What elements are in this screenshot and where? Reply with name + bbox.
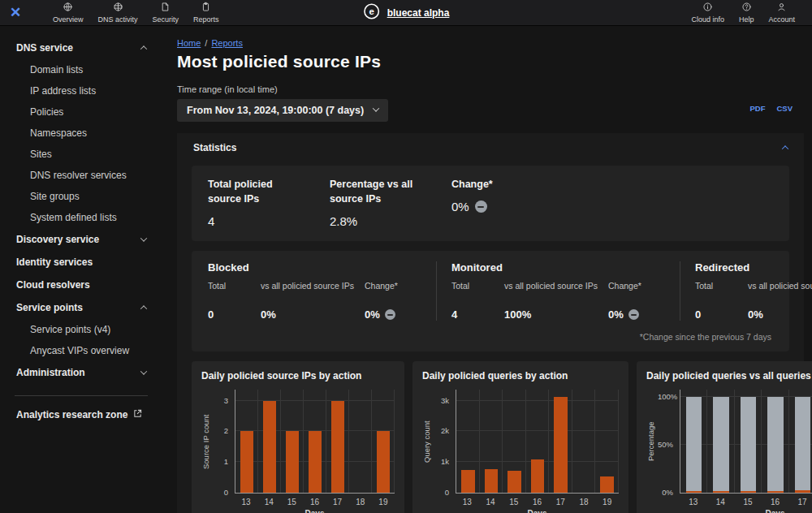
- nav-item-dns-activity[interactable]: DNS activity: [91, 0, 145, 25]
- sidebar-item-sites[interactable]: Sites: [0, 144, 162, 165]
- bar-monitor-day-19[interactable]: [600, 476, 614, 493]
- account-icon: [776, 2, 787, 14]
- chart-title: Daily policied queries by action: [422, 370, 619, 382]
- bar-group-day-16: [304, 390, 326, 493]
- export-pdf-link[interactable]: PDF: [749, 104, 765, 113]
- breadcrumb-reports-link[interactable]: Reports: [211, 38, 243, 48]
- bar-monitor-day-14[interactable]: [713, 491, 728, 493]
- action-col-change: Change*0%: [608, 281, 672, 321]
- bar-monitor-day-15[interactable]: [741, 491, 756, 493]
- action-title: Monitored: [451, 261, 680, 274]
- sidebar-item-domain-lists[interactable]: Domain lists: [0, 59, 162, 80]
- no-change-minus-icon: [385, 309, 395, 320]
- action-stats-card: BlockedTotal0vs all policied source IPs0…: [192, 251, 789, 351]
- bar-group-day-17: [549, 390, 572, 493]
- sidebar-item-analytics-research-zone[interactable]: Analytics research zone: [0, 401, 162, 429]
- page-title: Most policied source IPs: [177, 52, 804, 71]
- top-right-nav: Cloud infoHelpAccount: [684, 0, 802, 25]
- nav-item-security[interactable]: Security: [145, 0, 187, 25]
- action-col-label: vs all policied source IPs: [748, 281, 812, 301]
- brand[interactable]: e bluecat alpha: [363, 2, 450, 24]
- x-axis-tick: 16: [525, 498, 549, 507]
- bar-monitor-day-17[interactable]: [331, 401, 344, 494]
- sidebar-item-ip-address-lists[interactable]: IP address lists: [0, 80, 162, 101]
- nav-item-cloud-info[interactable]: Cloud info: [684, 0, 732, 25]
- y-axis-tick: 50%: [658, 440, 677, 449]
- sidebar-item-policies[interactable]: Policies: [0, 101, 162, 123]
- bar-monitor-day-16[interactable]: [531, 459, 545, 494]
- bar-group-day-16: [526, 390, 550, 493]
- help-icon: [741, 2, 752, 14]
- action-col-vs-all-policied-source-ips: vs all policied source IPs100%: [504, 281, 600, 321]
- action-col-label: Total: [695, 281, 740, 301]
- overview-icon: [63, 2, 73, 14]
- sidebar-section-discovery-service[interactable]: Discovery service: [0, 228, 162, 251]
- collapse-chevron-icon[interactable]: [782, 145, 788, 152]
- bar-group-day-15: [735, 390, 762, 493]
- bar-monitor-day-15[interactable]: [286, 431, 299, 493]
- bar-no-action-day-16[interactable]: [767, 397, 783, 491]
- sidebar-section-identity-services[interactable]: Identity services: [0, 251, 162, 274]
- bar-group-day-13: [456, 390, 480, 493]
- y-axis-tick: 2k: [434, 426, 453, 435]
- bar-no-action-day-13[interactable]: [686, 397, 702, 491]
- chart-plot-area: 0%50%100%: [680, 390, 812, 494]
- bar-monitor-day-19[interactable]: [377, 431, 390, 493]
- time-range-dropdown[interactable]: From Nov 13, 2024, 19:00:00 (7 days): [177, 99, 388, 122]
- bar-group-day-16: [762, 390, 788, 493]
- x-axis-tick: 18: [349, 498, 372, 507]
- statistics-section-header[interactable]: Statistics: [192, 133, 789, 162]
- nav-item-account[interactable]: Account: [761, 0, 802, 25]
- bar-group-day-17: [326, 390, 349, 493]
- nav-item-overview[interactable]: Overview: [45, 0, 91, 25]
- statistics-section: Statistics Total policied source IPs4Per…: [177, 133, 804, 513]
- sidebar-section-administration[interactable]: Administration: [0, 361, 162, 384]
- charts-row: Daily policied source IPs by actionSourc…: [192, 361, 789, 513]
- bar-no-action-day-17[interactable]: [795, 397, 810, 490]
- nav-item-help[interactable]: Help: [732, 0, 762, 25]
- sidebar-item-namespaces[interactable]: Namespaces: [0, 123, 162, 144]
- x-axis-ticks: 13141516171819: [456, 494, 619, 507]
- export-csv-link[interactable]: CSV: [776, 104, 793, 113]
- sidebar-item-system-defined-lists[interactable]: System defined lists: [0, 207, 162, 228]
- bar-group-day-17: [789, 390, 812, 493]
- action-col-total: Total0: [695, 281, 740, 321]
- action-col-total: Total4: [451, 281, 496, 321]
- bar-no-action-day-14[interactable]: [713, 397, 728, 491]
- nav-item-reports[interactable]: Reports: [186, 0, 227, 25]
- sidebar-item-anycast-vips-overview[interactable]: Anycast VIPs overview: [0, 340, 162, 361]
- bar-monitor-day-17[interactable]: [795, 490, 810, 494]
- bar-group-day-19: [372, 390, 395, 493]
- external-link-icon: [133, 409, 142, 420]
- bar-monitor-day-15[interactable]: [508, 471, 521, 493]
- bar-monitor-day-16[interactable]: [309, 431, 322, 493]
- bar-monitor-day-16[interactable]: [767, 491, 783, 493]
- sidebar-section-service-points[interactable]: Service points: [0, 296, 162, 319]
- bar-monitor-day-14[interactable]: [263, 401, 276, 494]
- y-axis-tick: 100%: [658, 392, 677, 401]
- action-col-label: Change*: [365, 281, 428, 301]
- chart-title: Daily policied source IPs by action: [201, 370, 395, 382]
- sidebar-section-dns-service[interactable]: DNS service: [0, 37, 162, 59]
- summary-stat-total-policied-source-ips: Total policied source IPs4: [208, 177, 305, 228]
- sidebar-item-site-groups[interactable]: Site groups: [0, 186, 162, 207]
- sidebar-section-cloud-resolvers[interactable]: Cloud resolvers: [0, 274, 162, 296]
- close-icon[interactable]: ✕: [10, 6, 45, 19]
- y-axis-tick: 1k: [434, 457, 453, 466]
- sidebar-item-service-points-v4[interactable]: Service points (v4): [0, 319, 162, 340]
- x-axis-tick: 18: [572, 498, 596, 507]
- breadcrumb-home-link[interactable]: Home: [177, 38, 201, 48]
- brand-name[interactable]: bluecat alpha: [387, 7, 450, 19]
- bar-monitor-day-14[interactable]: [485, 469, 499, 493]
- bar-monitor-day-13[interactable]: [240, 431, 253, 493]
- y-axis-label: Source IP count: [201, 390, 212, 494]
- no-change-minus-icon: [628, 309, 639, 320]
- action-col-label: Total: [208, 281, 253, 301]
- bar-monitor-day-17[interactable]: [554, 397, 568, 493]
- bar-monitor-day-13[interactable]: [686, 491, 702, 493]
- bar-monitor-day-13[interactable]: [461, 470, 475, 493]
- summary-stats-card: Total policied source IPs4Percentage vs …: [192, 166, 789, 241]
- sidebar-item-dns-resolver-services[interactable]: DNS resolver services: [0, 165, 162, 186]
- main-content: Home/Reports Most policied source IPs Ti…: [162, 27, 812, 513]
- bar-no-action-day-15[interactable]: [741, 397, 756, 491]
